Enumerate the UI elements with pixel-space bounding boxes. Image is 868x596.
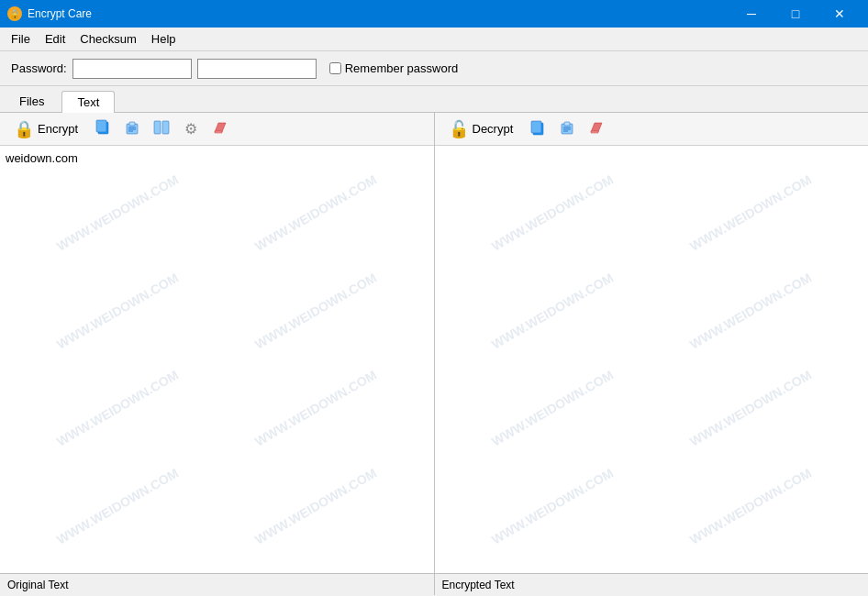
window-title: Encrypt Care bbox=[28, 7, 730, 20]
menu-help[interactable]: Help bbox=[144, 29, 184, 49]
close-button[interactable]: ✕ bbox=[818, 0, 861, 28]
tab-files[interactable]: Files bbox=[4, 90, 60, 112]
right-content: WWW.WEIDOWN.COM WWW.WEIDOWN.COM WWW.WEID… bbox=[435, 146, 869, 573]
svg-rect-14 bbox=[564, 122, 570, 126]
right-paste-button[interactable] bbox=[554, 116, 580, 142]
encrypted-text-area[interactable] bbox=[435, 146, 869, 573]
columns-icon bbox=[153, 119, 170, 139]
lock-open-icon: 🔓 bbox=[449, 119, 469, 139]
maximize-button[interactable]: □ bbox=[774, 0, 817, 28]
password-label: Password: bbox=[11, 61, 67, 75]
tab-text[interactable]: Text bbox=[61, 91, 115, 113]
left-toolbar: 🔒 Encrypt bbox=[0, 113, 434, 146]
title-bar: 🔒 Encrypt Care ─ □ ✕ bbox=[0, 0, 868, 28]
encrypted-text-status: Encrypted Text bbox=[442, 579, 515, 591]
right-panel: 🔓 Decrypt bbox=[435, 113, 869, 573]
decrypt-label: Decrypt bbox=[473, 122, 514, 136]
svg-rect-10 bbox=[215, 131, 222, 133]
menu-edit[interactable]: Edit bbox=[38, 29, 72, 49]
remember-password-checkbox[interactable] bbox=[329, 62, 341, 74]
original-text-area[interactable]: weidown.com bbox=[0, 146, 434, 573]
svg-rect-7 bbox=[154, 121, 161, 134]
menu-file[interactable]: File bbox=[4, 29, 38, 49]
panels: 🔒 Encrypt bbox=[0, 113, 868, 573]
right-clear-button[interactable] bbox=[584, 116, 609, 142]
left-content: weidown.com WWW.WEIDOWN.COM WWW.WEIDOWN.… bbox=[0, 146, 434, 573]
paste-icon-right bbox=[559, 119, 575, 139]
left-clear-button[interactable] bbox=[207, 116, 233, 142]
copy-icon bbox=[95, 118, 111, 139]
decrypt-button[interactable]: 🔓 Decrypt bbox=[440, 116, 522, 143]
password-input-1[interactable] bbox=[72, 59, 192, 79]
tab-bar: Files Text bbox=[0, 86, 868, 113]
right-copy-button[interactable] bbox=[525, 116, 551, 142]
minimize-button[interactable]: ─ bbox=[730, 0, 773, 28]
gear-icon: ⚙ bbox=[184, 120, 197, 138]
menu-checksum[interactable]: Checksum bbox=[72, 29, 143, 49]
eraser-icon bbox=[212, 119, 228, 139]
password-bar: Password: Remember password bbox=[0, 51, 868, 86]
window-controls: ─ □ ✕ bbox=[730, 0, 861, 28]
remember-password-label[interactable]: Remember password bbox=[329, 61, 459, 75]
right-toolbar: 🔓 Decrypt bbox=[435, 113, 869, 146]
password-input-2[interactable] bbox=[197, 59, 317, 79]
left-status: Original Text bbox=[0, 574, 435, 595]
left-settings-button[interactable]: ⚙ bbox=[178, 116, 204, 142]
encrypt-button[interactable]: 🔒 Encrypt bbox=[6, 116, 86, 143]
original-text-status: Original Text bbox=[7, 579, 68, 591]
svg-marker-18 bbox=[591, 123, 602, 132]
lock-closed-icon: 🔒 bbox=[14, 119, 34, 139]
copy-icon-right bbox=[529, 119, 546, 139]
encrypt-label: Encrypt bbox=[38, 122, 78, 136]
svg-rect-3 bbox=[129, 122, 135, 126]
menu-bar: File Edit Checksum Help bbox=[0, 28, 868, 51]
right-status: Encrypted Text bbox=[435, 574, 869, 595]
svg-marker-9 bbox=[215, 123, 226, 132]
app-icon: 🔒 bbox=[7, 6, 22, 21]
status-bar: Original Text Encrypted Text bbox=[0, 573, 868, 595]
remember-password-text: Remember password bbox=[345, 61, 459, 75]
left-panel: 🔒 Encrypt bbox=[0, 113, 435, 573]
paste-icon bbox=[124, 119, 140, 139]
svg-rect-19 bbox=[591, 131, 598, 133]
left-paste-button[interactable] bbox=[119, 116, 145, 142]
svg-rect-8 bbox=[162, 121, 169, 134]
svg-rect-12 bbox=[531, 121, 541, 133]
main-area: 🔒 Encrypt bbox=[0, 113, 868, 595]
svg-rect-1 bbox=[96, 120, 106, 132]
eraser-icon-right bbox=[588, 119, 605, 139]
left-copy-button[interactable] bbox=[90, 116, 116, 142]
left-columns-button[interactable] bbox=[149, 116, 174, 142]
